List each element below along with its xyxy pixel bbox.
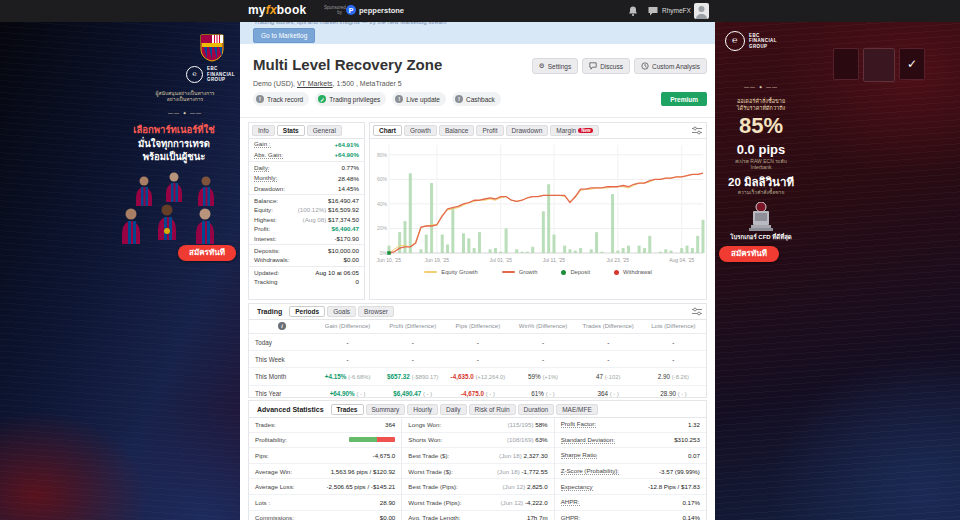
right-ad-cta-button[interactable]: สมัครทันที [719, 246, 779, 262]
tab-info[interactable]: Info [252, 125, 275, 136]
stat-label[interactable]: Z-Score (Probability): [561, 467, 619, 475]
period-cell: 2.90 (-8.26) [641, 368, 706, 385]
pepperstone-logo[interactable]: P pepperstone [346, 5, 404, 15]
tab-label: Risk of Ruin [475, 406, 510, 413]
info-label[interactable]: Monthly: [254, 174, 277, 182]
info-row: Highest:(Aug 08) $17,374.50 [249, 215, 364, 224]
info-label[interactable]: Gain : [254, 140, 271, 148]
stat-label[interactable]: Standard Deviation: [561, 436, 615, 444]
info-label[interactable]: Daily: [254, 164, 269, 172]
period-value: $6,490.47 [393, 390, 421, 397]
tab-advanced-statistics[interactable]: Advanced Statistics [252, 405, 329, 414]
custom-analysis-button[interactable]: Custom Analysis [634, 58, 707, 74]
info-value: $6,490.47 [331, 225, 359, 232]
tab-goals[interactable]: Goals [327, 306, 356, 317]
badge-track-record[interactable]: !Track record [253, 92, 309, 106]
left-ad-cta-button[interactable]: สมัครทันที [178, 245, 236, 261]
period-cell: $657.32 (-$890.17) [380, 368, 445, 385]
discuss-button[interactable]: Discuss [582, 58, 630, 74]
svg-text:40%: 40% [377, 201, 388, 207]
period-cell: - [641, 351, 706, 368]
right-ad-divider: —— ✦ —— [715, 84, 807, 90]
badge-live-update[interactable]: !Live update [392, 92, 446, 106]
username[interactable]: RhymeFX [662, 7, 691, 14]
period-label: Today [249, 334, 315, 351]
tab-summary[interactable]: Summary [366, 404, 406, 415]
tab-chart[interactable]: Chart [373, 125, 402, 136]
tab-mae-mfe[interactable]: MAE/MFE [556, 404, 598, 415]
stat-label[interactable]: GHPR: [561, 514, 581, 520]
legend-equity-growth[interactable]: Equity Growth [424, 269, 477, 275]
tab-trading[interactable]: Trading [252, 307, 287, 316]
period-diff: ( - ) [356, 391, 365, 397]
tab-hourly[interactable]: Hourly [407, 404, 438, 415]
chat-icon[interactable] [647, 5, 659, 17]
stat-row: Lots :28.90 [249, 495, 401, 511]
tab-periods[interactable]: Periods [289, 306, 325, 317]
period-diff: ( - ) [610, 391, 619, 397]
stat-label: Average Win: [255, 468, 292, 475]
line-swatch [424, 271, 437, 273]
right-ad-85pct: 85% [715, 112, 807, 140]
info-label: Withdrawals: [254, 256, 289, 263]
premium-button[interactable]: Premium [661, 92, 707, 106]
right-ad-ebc[interactable]: ℮ EBCFINANCIALGROUP ✓ —— ✦ —— ออเดอร์คำส… [715, 22, 960, 520]
periods-settings-icon[interactable] [692, 307, 702, 316]
info-label[interactable]: Abs. Gain: [254, 151, 283, 159]
legend-deposit[interactable]: Deposit [561, 269, 590, 275]
svg-text:Jun 19, '25: Jun 19, '25 [425, 257, 450, 263]
info-row: Abs. Gain:+64.90% [249, 149, 364, 159]
growth-chart[interactable]: 0%20%40%60%80%Jun 10, '25Jun 19, '25Jul … [372, 141, 706, 267]
go-to-marketlog-button[interactable]: Go to Marketlog [253, 28, 315, 43]
period-cell: +4.15% (-6.68%) [315, 368, 380, 385]
bell-icon[interactable] [627, 5, 639, 17]
tab-general[interactable]: General [307, 125, 342, 136]
stat-row: GHPR:0.14% [555, 511, 706, 520]
period-diff: ( - ) [423, 391, 432, 397]
period-value: +4.15% [325, 373, 347, 380]
stat-label[interactable]: Profit Factor: [561, 420, 596, 428]
right-ad-lead: ออเดอร์คำสั่งซื้อขายได้รับราคาที่ดีกว่าถ… [715, 98, 807, 112]
info-icon: ! [395, 95, 403, 103]
legend-withdrawal[interactable]: Withdrawal [614, 269, 652, 275]
tab-duration[interactable]: Duration [518, 404, 555, 415]
tab-label: Balance [445, 127, 469, 134]
tab-margin[interactable]: MarginNew [550, 125, 599, 136]
info-value: +64.90% [334, 151, 359, 158]
stat-value: (115/195) 58% [507, 421, 547, 428]
period-cell: - [315, 334, 380, 351]
stat-label[interactable]: AHPR: [561, 498, 580, 506]
info-label: Tracking [254, 278, 278, 285]
period-diff: (+1%) [542, 374, 558, 380]
legend-growth[interactable]: Growth [502, 269, 538, 275]
left-ad-ebc-barcelona[interactable]: ℮ EBCFINANCIALGROUP ผู้สนับสนุนอย่างเป็น… [0, 22, 240, 520]
stat-label[interactable]: Sharpe Ratio [561, 451, 597, 459]
tab-browser[interactable]: Browser [358, 306, 394, 317]
period-value: - [607, 356, 609, 363]
chart-settings-icon[interactable] [692, 126, 702, 135]
settings-button[interactable]: ⚙ Settings [532, 58, 578, 74]
tab-balance[interactable]: Balance [439, 125, 475, 136]
badge-trading-privileges[interactable]: ✓Trading privileges [315, 92, 386, 106]
tab-label: Browser [364, 308, 388, 315]
stat-label: Pips: [255, 452, 269, 459]
tab-growth[interactable]: Growth [404, 125, 437, 136]
stat-row: Profitability: [249, 433, 401, 449]
avatar[interactable] [694, 3, 709, 19]
tab-daily[interactable]: Daily [440, 404, 466, 415]
periods-panel: TradingPeriodsGoalsBrowser iGain (Differ… [248, 303, 707, 398]
svg-text:Jul 23, '25: Jul 23, '25 [607, 257, 630, 263]
tab-trades[interactable]: Trades [331, 404, 364, 415]
broker-link[interactable]: VT Markets [297, 80, 333, 87]
tab-label: Drawdown [512, 127, 543, 134]
tab-stats[interactable]: Stats [277, 125, 305, 136]
tab-profit[interactable]: Profit [476, 125, 503, 136]
info-circle-icon[interactable]: i [278, 322, 286, 330]
badge-cashback[interactable]: !Cashback [452, 92, 501, 106]
myfxbook-logo[interactable]: myfxbook [248, 3, 306, 17]
stat-label[interactable]: Expectancy [561, 483, 593, 491]
stat-value: 28.90 [380, 499, 395, 506]
tab-drawdown[interactable]: Drawdown [506, 125, 549, 136]
period-value: - [477, 339, 479, 346]
tab-risk-of-ruin[interactable]: Risk of Ruin [469, 404, 516, 415]
